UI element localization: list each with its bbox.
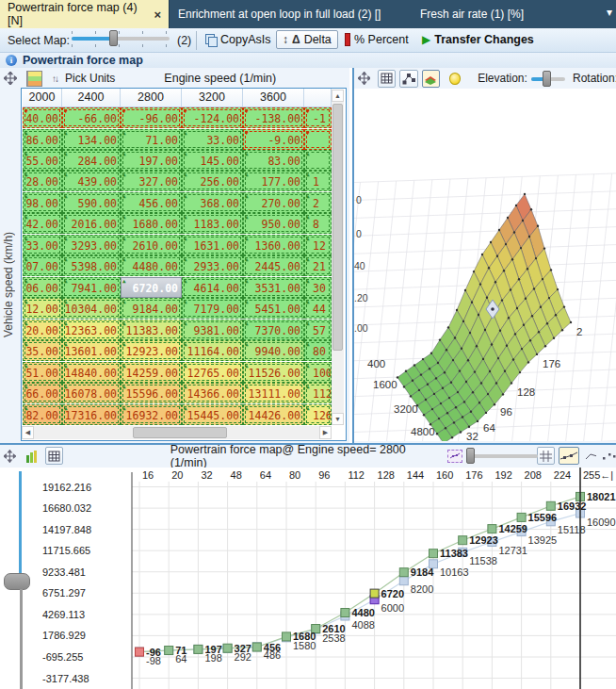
map-cell[interactable]: ▲35.00 [23,340,62,361]
map-cell[interactable]: ▲1680.00 [121,213,182,234]
map-cell[interactable]: ▲112 [304,383,332,403]
map-cell[interactable]: ▲7941.00 [62,277,121,298]
working-point-marker[interactable] [517,513,526,521]
map-cell[interactable]: ▲51.00 [23,362,62,383]
map-cell[interactable]: ▲100 [304,362,332,383]
map-cell[interactable]: ▲439.00 [62,171,121,191]
horizontal-scrollbar[interactable]: ◀ ▶ [22,426,332,439]
map-cell[interactable]: ▲11164.00 [182,340,243,361]
map-cell[interactable]: ▲177.00 [243,171,304,191]
map-cell[interactable]: ▲16078.00 [62,383,121,403]
map-cell[interactable]: ▲15596.00 [121,383,182,403]
map-cell[interactable]: ▲9940.00 [243,340,304,361]
tab-enrichment[interactable]: Enrichment at open loop in full load (2)… [170,0,406,28]
map-cell[interactable]: ▲33.00 [182,129,243,150]
scrollbar-thumb[interactable] [332,104,343,351]
map-cell[interactable]: ▲8 [304,213,332,234]
working-point-marker[interactable] [223,644,232,652]
line-markers-icon[interactable] [559,447,579,465]
tab-powertrain-force-map[interactable]: Powertrain force map (4) [N] × [0,0,170,28]
map-cell[interactable]: ▲83.00 [243,150,304,171]
map-cell[interactable]: ▲12765.00 [182,362,243,383]
map-cell[interactable]: ▲9381.00 [182,320,243,340]
profile-chart[interactable]: 19162.21616680.03214197.84811715.6659233… [0,468,616,689]
points-only-icon[interactable] [602,451,616,461]
curve-slider[interactable] [466,448,533,464]
map-cell[interactable]: ▲197.00 [121,150,182,171]
map-cell[interactable]: ▲327.00 [121,171,182,191]
map-cell[interactable]: ▲12.00 [23,298,62,319]
map-cell[interactable]: ▲15445.00 [182,404,243,425]
move-icon[interactable] [358,72,370,85]
lightbulb-icon[interactable] [449,73,461,85]
map-cell[interactable]: ▲28.00 [23,171,62,191]
map-cell[interactable]: ▲21 [304,255,332,276]
table-view-icon[interactable] [378,70,396,88]
map-cell[interactable]: ▲1183.00 [182,213,243,234]
map-cell[interactable]: ▲9184.00 [121,298,182,319]
map-cell[interactable]: ▲2445.00 [243,255,304,276]
map-cell[interactable]: ▼-138.00 [243,107,304,128]
pick-units-label[interactable]: Pick Units [65,72,115,85]
map-cell[interactable]: ▲14426.00 [243,404,304,425]
mesh-points-icon[interactable] [399,70,417,88]
scroll-up-icon[interactable]: ▲ [332,90,344,102]
working-point-marker[interactable] [488,525,496,533]
map-cell[interactable]: ▲55.00 [23,150,62,171]
map-cell[interactable]: ▼-96.00 [121,107,182,128]
copyasis-button[interactable]: CopyAsIs [205,33,271,46]
working-point-marker[interactable] [546,501,555,510]
surface-view-icon[interactable] [422,70,440,88]
slider-thumb[interactable] [109,30,118,46]
map-cell[interactable]: ▲1631.00 [182,235,243,255]
map-cell[interactable]: ▲12923.00 [121,340,182,361]
map-cell[interactable]: ▼-66.00 [62,107,121,128]
map-cell[interactable]: ▲270.00 [243,192,304,213]
map-cell[interactable]: ▲12 [304,235,332,255]
elevation-slider[interactable] [531,71,565,87]
scroll-down-icon[interactable]: ▼ [332,413,344,425]
map-cell[interactable]: ▲13601.00 [62,340,121,361]
working-point-marker[interactable] [252,643,261,651]
map-cell[interactable]: ▲950.00 [243,213,304,234]
map-cell[interactable]: ▲07.00 [23,255,62,276]
map-cell[interactable]: ▲1 [304,171,332,191]
map-cell[interactable]: ▲2 [304,192,332,213]
map-grid-icon[interactable] [26,71,42,87]
map-cell[interactable]: ▲12363.00 [62,320,121,340]
transfer-changes-button[interactable]: ▶ Transfer Changes [422,33,534,46]
map-cell[interactable]: ▲11383.00 [121,320,182,340]
line-only-icon[interactable] [585,451,597,461]
map-cell[interactable]: ▲145.00 [182,150,243,171]
map-cell[interactable]: ▲33.00 [23,235,62,255]
map-cell[interactable]: ▲14259.00 [121,362,182,383]
working-point-marker[interactable] [341,609,349,617]
move-icon[interactable] [4,450,16,463]
range-slider-thumb[interactable] [4,573,30,590]
map-cell[interactable]: ▲17316.00 [62,404,121,425]
close-icon[interactable]: × [154,8,161,22]
working-point-marker[interactable] [165,647,173,655]
grid-toggle-icon[interactable] [537,447,554,465]
map-cell[interactable]: ▼-1 [304,107,332,128]
bars-view-icon[interactable] [25,450,39,463]
map-cell[interactable]: ▲256.00 [182,171,243,191]
working-point-marker[interactable] [136,648,144,656]
working-point-marker[interactable] [430,550,438,558]
surface-3d-plot[interactable]: 40016003200480032649612817620040.20.00 [354,89,616,441]
map-cell[interactable]: ▲5398.00 [62,255,121,276]
map-cell[interactable]: ▼-9.00 [243,129,304,150]
map-cell[interactable]: ▲06.00 [23,277,62,298]
delta-button[interactable]: ↕Δ Delta [276,30,338,49]
map-cell[interactable]: ▲57 [304,320,332,340]
tab-fresh-air-rate[interactable]: Fresh air rate (1) [%] [413,0,544,28]
map-cell[interactable]: ▲80 [304,340,332,361]
map-cell[interactable]: ▼ [304,129,332,150]
map-cell[interactable]: ▲2610.00 [121,235,182,255]
select-map-slider[interactable] [72,31,170,47]
map-cell[interactable]: ▲134.00 [62,129,121,150]
map-cell[interactable]: ▲7370.00 [243,320,304,340]
map-cell[interactable]: ▲98.00 [23,192,62,213]
map-cell[interactable]: ▲2933.00 [182,255,243,276]
map-cell[interactable]: ▲126 [304,404,332,425]
